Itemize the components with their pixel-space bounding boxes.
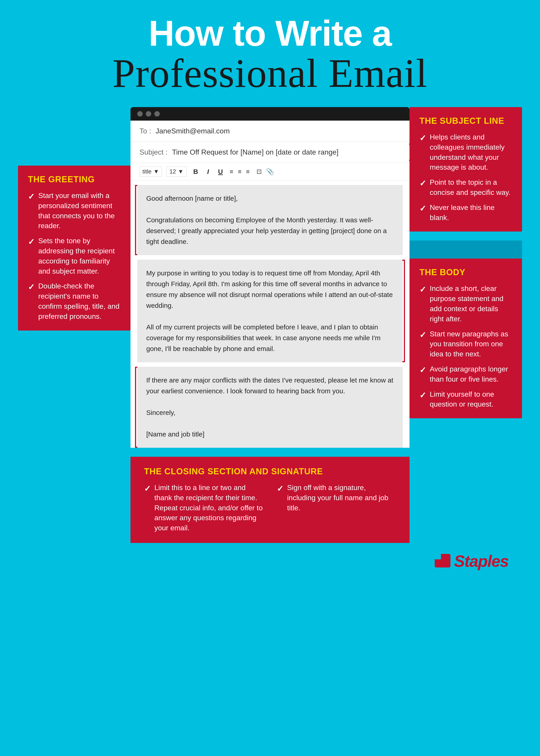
checkmark-icon: ✓ [28,236,35,247]
staples-icon [435,554,451,568]
staples-logo-area: Staples [18,552,522,570]
header-line2: Professional Email [18,53,522,94]
underline-button[interactable]: U [216,167,225,177]
checkmark-icon: ✓ [419,203,426,214]
page-wrapper: How to Write a Professional Email THE GR… [0,0,540,756]
checkmark-icon: ✓ [419,390,426,401]
checkmark-icon: ✓ [28,191,35,202]
email-paragraph-1: Good afternoon [name or title], Congratu… [137,185,403,255]
body-item-4: ✓ Limit yourself to one question or requ… [419,389,512,410]
closing-columns: ✓ Limit this to a line or two and thank … [144,483,396,533]
email-paragraph-2: My purpose in writing to you today is to… [137,260,403,362]
closing-section: THE CLOSING SECTION AND SIGNATURE ✓ Limi… [130,457,410,543]
header-line1: How to Write a [18,14,522,53]
subject-line-box: THE SUBJECT LINE ✓ Helps clients and col… [410,107,522,231]
subject-field: Subject : Time Off Request for [Name] on… [130,142,410,163]
closing-col-2: ✓ Sign off with a signature, including y… [277,483,396,533]
checkmark-icon: ✓ [419,284,426,295]
checkmark-icon: ✓ [419,178,426,189]
greeting-item-3: ✓ Double-check the recipient's name to c… [28,281,121,321]
subject-item-3: ✓ Never leave this line blank. [419,202,512,223]
closing-item-2: ✓ Sign off with a signature, including y… [277,483,396,513]
checkmark-icon: ✓ [419,133,426,144]
body-box: THE BODY ✓ Include a short, clear purpos… [410,259,522,418]
subject-label: Subject : [140,148,168,156]
checkmark-icon: ✓ [419,364,426,376]
subject-item-2: ✓ Point to the topic in a concise and sp… [419,177,512,197]
window-dot-2 [146,111,151,117]
right-spacer [410,240,522,259]
greeting-box: THE GREETING ✓ Start your email with a p… [18,166,130,330]
email-titlebar [130,107,410,121]
checkmark-icon: ✓ [419,329,426,341]
svg-rect-2 [435,554,441,559]
to-label: To : [140,127,151,135]
closing-col-1: ✓ Limit this to a line or two and thank … [144,483,263,533]
checkmark-icon: ✓ [28,282,35,293]
greeting-item-1: ✓ Start your email with a personalized s… [28,190,121,231]
center-column: To : JaneSmith@email.com Subject : Time … [130,107,410,543]
left-column: THE GREETING ✓ Start your email with a p… [18,107,130,330]
italic-button[interactable]: I [205,167,211,177]
greeting-item-2: ✓ Sets the tone by addressing the recipi… [28,236,121,276]
subject-bracket-right [409,144,412,161]
subject-line-title: THE SUBJECT LINE [419,116,512,126]
bold-button[interactable]: B [191,167,201,177]
email-paragraph-3: If there are any major conflicts with th… [137,367,403,448]
closing-title: THE CLOSING SECTION AND SIGNATURE [144,467,396,476]
subject-item-1: ✓ Helps clients and colleagues immediate… [419,132,512,172]
checkmark-icon: ✓ [277,483,284,494]
greeting-title: THE GREETING [28,175,121,184]
window-dot-1 [137,111,143,117]
email-toolbar: title ▼ 12 ▼ B I U ≡ ≡ ≡ ⊡ [130,163,410,181]
staples-text: Staples [454,552,508,570]
main-layout: THE GREETING ✓ Start your email with a p… [18,107,522,543]
body-item-3: ✓ Avoid paragraphs longer than four or f… [419,364,512,384]
to-field: To : JaneSmith@email.com [130,121,410,142]
closing-item-1: ✓ Limit this to a line or two and thank … [144,483,263,533]
right-column: THE SUBJECT LINE ✓ Helps clients and col… [410,107,522,418]
body-title: THE BODY [419,268,512,277]
header: How to Write a Professional Email [18,14,522,94]
paragraph3-wrapper: If there are any major conflicts with th… [137,367,403,448]
to-value: JaneSmith@email.com [156,127,230,135]
checkmark-icon: ✓ [144,483,151,494]
size-select[interactable]: 12 ▼ [167,167,187,177]
email-window: To : JaneSmith@email.com Subject : Time … [130,107,410,448]
body-item-1: ✓ Include a short, clear purpose stateme… [419,284,512,324]
email-body-area: To : JaneSmith@email.com Subject : Time … [130,121,410,448]
font-select[interactable]: title ▼ [140,167,162,177]
paragraph2-wrapper: My purpose in writing to you today is to… [137,260,403,362]
subject-value: Time Off Request for [Name] on [date or … [172,148,338,156]
window-dot-3 [154,111,160,117]
para2-bracket-right [402,260,405,362]
paragraph1-wrapper: Good afternoon [name or title], Congratu… [137,185,403,255]
body-item-2: ✓ Start new paragraphs as you transition… [419,329,512,359]
